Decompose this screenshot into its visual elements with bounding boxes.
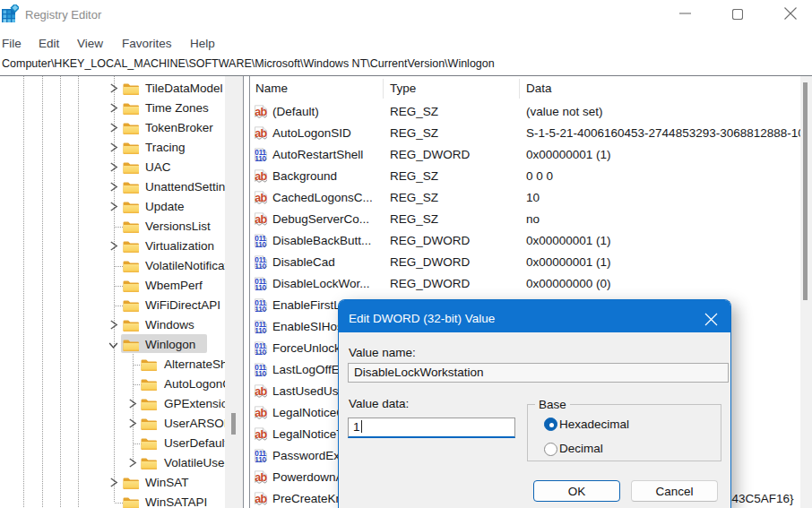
svg-text:110: 110 — [255, 327, 266, 334]
svg-text:ab: ab — [255, 170, 267, 183]
svg-text:110: 110 — [255, 370, 266, 377]
svg-text:ab: ab — [255, 213, 267, 226]
svg-text:ab: ab — [255, 471, 267, 484]
svg-text:110: 110 — [255, 349, 266, 356]
svg-text:ab: ab — [255, 428, 267, 441]
svg-text:ab: ab — [255, 407, 267, 419]
svg-text:110: 110 — [255, 306, 266, 313]
svg-text:ab: ab — [255, 385, 267, 398]
svg-text:110: 110 — [255, 241, 266, 248]
svg-text:110: 110 — [255, 155, 266, 162]
svg-text:110: 110 — [255, 263, 266, 270]
svg-text:110: 110 — [255, 456, 266, 463]
svg-text:ab: ab — [255, 106, 267, 118]
svg-text:110: 110 — [255, 284, 266, 291]
svg-text:ab: ab — [255, 493, 267, 505]
svg-text:ab: ab — [255, 127, 267, 140]
svg-text:ab: ab — [255, 192, 267, 204]
